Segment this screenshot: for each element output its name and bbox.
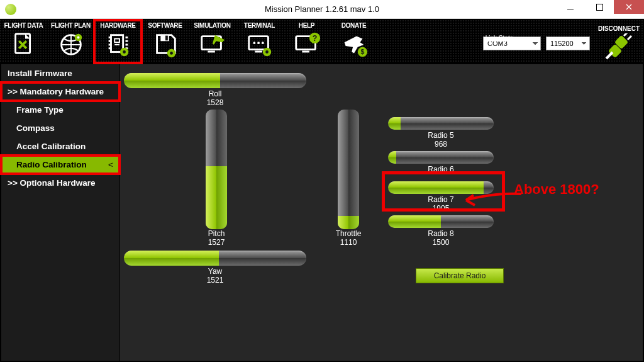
plug-icon xyxy=(604,33,634,60)
main-toolbar: FLIGHT DATAFLIGHT PLANHARDWARESOFTWARESI… xyxy=(0,19,644,64)
tab-label: SOFTWARE xyxy=(148,22,182,29)
sidebar-item-accel-calibration[interactable]: Accel Calibration xyxy=(1,137,119,156)
svg-text:$: $ xyxy=(360,48,364,55)
monitor-plane-icon xyxy=(198,30,227,59)
yaw-label: Yaw1521 xyxy=(124,267,306,285)
app-icon xyxy=(5,4,16,15)
yaw-bar xyxy=(124,251,306,266)
tab-label: FLIGHT DATA xyxy=(4,22,43,29)
throttle-bar xyxy=(338,110,359,229)
monitor-dots-icon xyxy=(245,30,274,59)
tab-label: SIMULATION xyxy=(194,22,230,29)
titlebar: Mission Planner 1.2.61 mav 1.0 xyxy=(0,0,644,19)
sidebar-item-compass[interactable]: Compass xyxy=(1,119,119,137)
radio8-bar xyxy=(388,215,494,228)
minimize-button[interactable] xyxy=(556,0,585,14)
tab-help[interactable]: HELP? xyxy=(283,20,330,63)
radio5-bar xyxy=(388,117,494,130)
svg-text:?: ? xyxy=(312,34,317,43)
tab-software[interactable]: SOFTWARE xyxy=(142,20,189,63)
sidebar-item-frame-type[interactable]: Frame Type xyxy=(1,101,119,119)
monitor-q-icon: ? xyxy=(292,30,321,59)
radio5-label: Radio 5968 xyxy=(388,131,494,149)
window-title: Mission Planner 1.2.61 mav 1.0 xyxy=(0,4,644,14)
roll-bar xyxy=(124,73,306,88)
svg-point-10 xyxy=(170,52,173,55)
annotation-text: Above 1800? xyxy=(514,181,599,198)
plane-coin-icon: $ xyxy=(340,30,369,59)
sidebar-item-install-firmware[interactable]: Install Firmware xyxy=(1,64,119,82)
tab-flight-data[interactable]: FLIGHT DATA xyxy=(0,20,47,63)
globe-pin-icon xyxy=(57,30,86,59)
baud-rate-select[interactable]: 115200 xyxy=(546,37,590,50)
radio8-label: Radio 81500 xyxy=(388,229,494,247)
chip-gear-icon xyxy=(104,30,133,59)
svg-rect-12 xyxy=(208,51,215,53)
sidebar: Install Firmware>> Mandatory HardwareFra… xyxy=(1,64,120,361)
radio6-bar xyxy=(388,151,494,164)
pitch-label: Pitch1527 xyxy=(187,229,246,247)
svg-rect-21 xyxy=(302,51,309,53)
annotation-arrow-icon xyxy=(461,191,524,210)
tab-terminal[interactable]: TERMINAL xyxy=(236,20,283,63)
link-stats-link[interactable]: Link Stats... xyxy=(486,35,518,42)
tab-hardware[interactable]: HARDWARE xyxy=(94,20,142,63)
close-button[interactable] xyxy=(614,0,644,14)
sidebar-item-mandatory-hardware[interactable]: >> Mandatory Hardware xyxy=(1,82,119,101)
svg-rect-14 xyxy=(255,51,262,53)
calibrate-radio-button[interactable]: Calibrate Radio xyxy=(416,268,504,283)
roll-label: Roll1528 xyxy=(124,89,306,108)
sidebar-item-optional-hardware[interactable]: >> Optional Hardware xyxy=(1,174,119,192)
tab-label: FLIGHT PLAN xyxy=(51,22,91,29)
svg-point-19 xyxy=(265,50,269,54)
radio6-label: Radio 6 xyxy=(388,165,494,174)
tab-label: HELP xyxy=(299,22,314,29)
tab-label: HARDWARE xyxy=(100,22,136,29)
sidebar-item-radio-calibration[interactable]: Radio Calibration xyxy=(1,156,119,174)
save-gear-icon xyxy=(151,30,180,59)
svg-point-3 xyxy=(77,37,79,39)
svg-point-6 xyxy=(123,50,126,54)
tab-flight-plan[interactable]: FLIGHT PLAN xyxy=(47,20,94,63)
page-x-icon xyxy=(9,30,38,59)
content-area: Roll1528 Pitch1527 Throttle1110 Yaw1521 … xyxy=(120,64,643,361)
throttle-label: Throttle1110 xyxy=(319,229,378,247)
tab-label: TERMINAL xyxy=(244,22,275,29)
svg-rect-8 xyxy=(165,36,168,41)
svg-point-17 xyxy=(261,42,264,44)
tab-label: DONATE xyxy=(341,22,367,29)
disconnect-label: DISCONNECT xyxy=(594,25,644,32)
svg-point-15 xyxy=(253,42,255,44)
tab-simulation[interactable]: SIMULATION xyxy=(189,20,236,63)
pitch-bar xyxy=(206,110,227,229)
maximize-button[interactable] xyxy=(585,0,614,14)
disconnect-button[interactable]: DISCONNECT xyxy=(594,23,644,61)
tab-donate[interactable]: DONATE$ xyxy=(330,20,377,63)
svg-point-16 xyxy=(257,42,260,44)
